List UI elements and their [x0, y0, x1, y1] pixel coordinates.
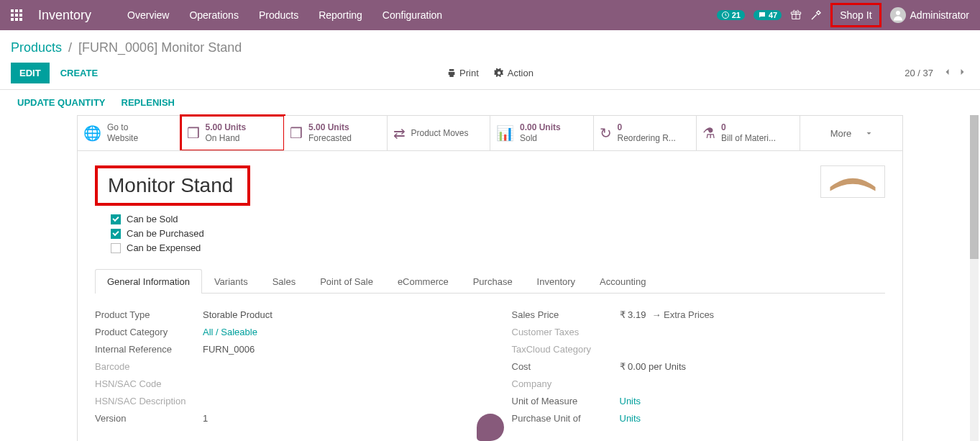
- control-panel: Products / [FURN_0006] Monitor Stand EDI…: [0, 30, 980, 90]
- globe-icon: 🌐: [83, 124, 101, 142]
- tab-sales[interactable]: Sales: [260, 269, 308, 294]
- extra-prices-button[interactable]: → Extra Prices: [651, 309, 714, 320]
- breadcrumb: Products / [FURN_0006] Monitor Stand: [11, 36, 969, 63]
- breadcrumb-root[interactable]: Products: [11, 40, 62, 55]
- can-be-sold-checkbox[interactable]: [111, 214, 121, 224]
- can-be-purchased-label: Can be Purchased: [127, 228, 204, 239]
- create-button[interactable]: CREATE: [60, 68, 98, 78]
- tab-accounting[interactable]: Accounting: [587, 269, 658, 294]
- app-brand[interactable]: Inventory: [38, 8, 91, 23]
- form-sheet: Monitor Stand Can be Sold Can be Purchas…: [77, 150, 903, 441]
- stat-website[interactable]: 🌐 Go toWebsite: [78, 116, 181, 150]
- wrench-icon[interactable]: [810, 9, 822, 21]
- scrollbar-thumb[interactable]: [970, 115, 979, 259]
- product-name: Monitor Stand: [108, 174, 233, 197]
- avatar-icon: [890, 7, 906, 23]
- sales-price-label: Sales Price: [512, 309, 620, 320]
- cubes-icon: ❒: [290, 124, 303, 142]
- nav-overview[interactable]: Overview: [117, 1, 179, 29]
- exchange-icon: ⇄: [393, 124, 406, 142]
- activity-badge[interactable]: 21: [717, 10, 745, 20]
- action-label: Action: [508, 68, 533, 78]
- print-button[interactable]: Print: [447, 68, 479, 78]
- taxcloud-label: TaxCloud Category: [512, 344, 620, 355]
- product-flags: Can be Sold Can be Purchased Can be Expe…: [111, 214, 885, 253]
- col-right: Sales Price₹ 3.19→ Extra Prices Customer…: [512, 309, 886, 430]
- puom-label: Purchase Unit of: [512, 413, 620, 424]
- cubes-icon: ❒: [187, 124, 200, 142]
- apps-icon[interactable]: [11, 9, 22, 21]
- can-be-purchased-checkbox[interactable]: [111, 229, 121, 239]
- tab-pos[interactable]: Point of Sale: [308, 269, 385, 294]
- scrollbar[interactable]: [970, 115, 979, 441]
- update-quantity-button[interactable]: UPDATE QUANTITY: [17, 97, 106, 108]
- more-label: More: [830, 128, 852, 139]
- form-actions: UPDATE QUANTITY REPLENISH: [0, 90, 980, 115]
- gift-icon[interactable]: [790, 9, 802, 21]
- can-be-expensed-checkbox[interactable]: [111, 243, 121, 253]
- internal-ref-value: FURN_0006: [203, 344, 255, 355]
- pager-position: 20 / 37: [905, 68, 933, 78]
- version-label: Version: [95, 413, 203, 424]
- chat-bubble-icon[interactable]: [477, 414, 504, 441]
- messages-badge[interactable]: 47: [754, 10, 782, 20]
- nav-menu: Overview Operations Products Reporting C…: [117, 1, 452, 29]
- stat-buttons: 🌐 Go toWebsite ❒ 5.00 UnitsOn Hand ❒ 5.0…: [77, 115, 903, 150]
- product-type-label: Product Type: [95, 309, 203, 320]
- can-be-sold-label: Can be Sold: [127, 214, 178, 224]
- internal-ref-label: Internal Reference: [95, 344, 203, 355]
- stat-more[interactable]: More: [800, 116, 903, 150]
- product-image[interactable]: [820, 165, 885, 198]
- user-menu[interactable]: Administrator: [890, 7, 969, 23]
- breadcrumb-current: [FURN_0006] Monitor Stand: [78, 40, 242, 55]
- barcode-label: Barcode: [95, 361, 203, 372]
- chart-icon: 📊: [496, 124, 514, 142]
- tabs: General Information Variants Sales Point…: [95, 269, 885, 294]
- puom-value[interactable]: Units: [620, 413, 641, 424]
- caret-down-icon: [866, 130, 872, 137]
- replenish-button[interactable]: REPLENISH: [122, 97, 175, 108]
- tab-inventory[interactable]: Inventory: [525, 269, 587, 294]
- pager-prev[interactable]: [940, 65, 955, 81]
- edit-button[interactable]: EDIT: [11, 63, 50, 83]
- sheet-wrap: 🌐 Go toWebsite ❒ 5.00 UnitsOn Hand ❒ 5.0…: [0, 115, 980, 441]
- cost-label: Cost: [512, 361, 620, 372]
- messages-count: 47: [769, 11, 777, 19]
- nav-configuration[interactable]: Configuration: [372, 1, 452, 29]
- product-type-value: Storable Product: [203, 309, 273, 320]
- tab-purchase[interactable]: Purchase: [461, 269, 525, 294]
- form-columns: Product TypeStorable Product Product Cat…: [95, 309, 885, 430]
- stat-reorder[interactable]: ↻ 0Reordering R...: [594, 116, 697, 150]
- pager: 20 / 37: [905, 65, 969, 81]
- stat-moves[interactable]: ⇄ Product Moves: [388, 116, 491, 150]
- activity-count: 21: [732, 11, 741, 19]
- category-label: Product Category: [95, 327, 203, 337]
- flask-icon: ⚗: [702, 124, 715, 142]
- stat-forecast[interactable]: ❒ 5.00 UnitsForecasted: [284, 116, 388, 150]
- user-name: Administrator: [910, 9, 969, 21]
- print-label: Print: [459, 68, 479, 78]
- customer-taxes-label: Customer Taxes: [512, 327, 620, 337]
- sales-price-value: ₹ 3.19→ Extra Prices: [620, 309, 715, 320]
- pager-next[interactable]: [955, 65, 969, 81]
- hsn-desc-label: HSN/SAC Description: [95, 396, 203, 406]
- cost-value: ₹ 0.00 per Units: [620, 361, 687, 372]
- uom-value[interactable]: Units: [620, 396, 641, 406]
- stat-bom[interactable]: ⚗ 0Bill of Materi...: [697, 116, 800, 150]
- category-value[interactable]: All / Saleable: [203, 327, 257, 337]
- breadcrumb-sep: /: [68, 40, 72, 55]
- nav-right: 21 47 Shop It Administrator: [717, 3, 969, 27]
- stat-sold[interactable]: 📊 0.00 UnitsSold: [490, 116, 594, 150]
- nav-reporting[interactable]: Reporting: [308, 1, 372, 29]
- action-button[interactable]: Action: [495, 68, 533, 78]
- shop-it-button[interactable]: Shop It: [830, 3, 881, 27]
- tab-general[interactable]: General Information: [95, 269, 202, 294]
- uom-label: Unit of Measure: [512, 396, 620, 406]
- col-left: Product TypeStorable Product Product Cat…: [95, 309, 469, 430]
- tab-variants[interactable]: Variants: [202, 269, 260, 294]
- stat-onhand[interactable]: ❒ 5.00 UnitsOn Hand: [181, 116, 285, 150]
- refresh-icon: ↻: [600, 124, 612, 142]
- nav-operations[interactable]: Operations: [179, 1, 248, 29]
- nav-products[interactable]: Products: [249, 1, 308, 29]
- tab-ecommerce[interactable]: eCommerce: [385, 269, 461, 294]
